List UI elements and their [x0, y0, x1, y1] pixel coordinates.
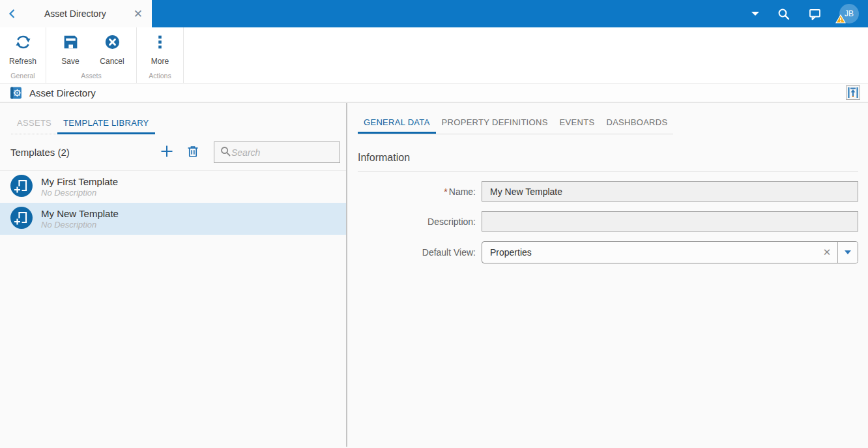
label-text: Default View:: [422, 247, 476, 258]
page-title: Asset Directory: [29, 87, 846, 98]
tab-label: GENERAL DATA: [364, 117, 430, 127]
cancel-button[interactable]: Cancel: [91, 27, 133, 72]
ribbon-group-label: Actions: [137, 72, 183, 83]
main-content: ASSETS TEMPLATE LIBRARY Templates (2): [0, 103, 868, 447]
required-marker: *: [444, 187, 447, 197]
label-text: Description:: [427, 217, 476, 227]
template-icon: [10, 207, 33, 231]
delete-template-button[interactable]: [183, 143, 203, 162]
form-row-name: *Name:: [358, 181, 858, 202]
search-field-icon: [220, 145, 231, 160]
tab-label: ASSETS: [17, 118, 51, 128]
form-row-default-view: Default View: Properties ✕: [358, 241, 858, 263]
templates-count-label: Templates (2): [10, 147, 157, 158]
search-icon[interactable]: [777, 7, 790, 21]
refresh-button[interactable]: Refresh: [2, 27, 44, 72]
trash-icon: [186, 144, 200, 160]
refresh-icon: [14, 33, 32, 53]
refresh-label: Refresh: [9, 57, 36, 66]
save-icon: [62, 33, 80, 53]
label-text: Name:: [449, 187, 476, 197]
tab-label: TEMPLATE LIBRARY: [63, 118, 149, 128]
cancel-label: Cancel: [100, 57, 124, 66]
template-description: No Description: [41, 188, 118, 198]
user-avatar[interactable]: JB: [839, 4, 859, 23]
tab-dashboards[interactable]: DASHBOARDS: [600, 117, 673, 134]
page-header: Asset Directory: [0, 83, 868, 103]
template-name: My New Template: [41, 207, 119, 220]
template-icon: [10, 175, 33, 200]
save-button[interactable]: Save: [50, 27, 91, 72]
ribbon-group-actions: More Actions: [137, 27, 184, 83]
more-icon: [151, 33, 169, 53]
tab-close-icon[interactable]: ✕: [131, 7, 145, 21]
expand-panel-icon[interactable]: [846, 85, 860, 100]
add-template-button[interactable]: [157, 143, 177, 162]
tab-label: EVENTS: [560, 117, 595, 127]
name-field[interactable]: [482, 181, 858, 202]
left-panel-tabs: ASSETS TEMPLATE LIBRARY: [0, 103, 346, 134]
default-view-label: Default View:: [358, 247, 482, 258]
section-title: Information: [358, 152, 858, 172]
form-row-description: Description:: [358, 211, 858, 231]
tab-assets[interactable]: ASSETS: [11, 118, 57, 134]
ribbon-group-label: Assets: [46, 72, 136, 83]
back-icon[interactable]: [7, 7, 20, 20]
general-data-form: *Name: Description: Default View: Proper…: [358, 181, 858, 263]
default-view-combobox[interactable]: Properties ✕: [482, 241, 858, 263]
template-name: My First Template: [41, 175, 118, 188]
more-label: More: [151, 57, 169, 66]
caret-down-icon[interactable]: [751, 12, 759, 16]
template-description: No Description: [41, 220, 119, 230]
list-item-selected[interactable]: My New Template No Description: [0, 203, 346, 235]
tab-label: PROPERTY DEFINITIONS: [442, 117, 548, 127]
ribbon-toolbar: Refresh General Save Cancel Assets: [0, 27, 868, 83]
cancel-icon: [104, 33, 121, 53]
ribbon-group-assets: Save Cancel Assets: [46, 27, 137, 83]
tab-label: DASHBOARDS: [606, 117, 667, 127]
asset-directory-icon: [9, 86, 23, 100]
template-item-text: My First Template No Description: [41, 175, 118, 198]
right-panel-tabs: GENERAL DATA PROPERTY DEFINITIONS EVENTS…: [358, 103, 858, 134]
tab-events[interactable]: EVENTS: [554, 117, 601, 134]
avatar-initials: JB: [845, 9, 854, 18]
dropdown-icon[interactable]: [837, 242, 858, 263]
name-label: *Name:: [358, 187, 482, 197]
list-item[interactable]: My First Template No Description: [0, 171, 346, 203]
add-icon: [159, 143, 175, 161]
description-label: Description:: [358, 217, 482, 227]
template-item-text: My New Template No Description: [41, 207, 119, 230]
more-button[interactable]: More: [139, 27, 181, 72]
description-field[interactable]: [482, 211, 858, 231]
topbar-actions: JB: [751, 0, 868, 27]
template-search: [214, 142, 340, 163]
template-list: My First Template No Description My New …: [0, 170, 346, 235]
tab-template-library[interactable]: TEMPLATE LIBRARY: [57, 118, 154, 134]
warning-badge-icon: [835, 14, 846, 25]
template-search-input[interactable]: [231, 147, 334, 158]
templates-toolbar: Templates (2): [0, 134, 346, 170]
left-panel: ASSETS TEMPLATE LIBRARY Templates (2): [0, 103, 347, 447]
ribbon-group-general: Refresh General: [0, 27, 46, 83]
ribbon-group-label: General: [0, 72, 46, 83]
default-view-value: Properties: [482, 242, 817, 263]
tab-title: Asset Directory: [20, 8, 131, 19]
clear-icon[interactable]: ✕: [817, 242, 837, 263]
save-label: Save: [61, 57, 79, 66]
document-tab[interactable]: Asset Directory ✕: [0, 0, 152, 27]
tab-general-data[interactable]: GENERAL DATA: [358, 117, 436, 134]
right-panel: GENERAL DATA PROPERTY DEFINITIONS EVENTS…: [347, 103, 868, 447]
tab-property-definitions[interactable]: PROPERTY DEFINITIONS: [436, 117, 554, 134]
chat-icon[interactable]: [808, 7, 822, 21]
app-top-bar: Asset Directory ✕ JB: [0, 0, 868, 27]
